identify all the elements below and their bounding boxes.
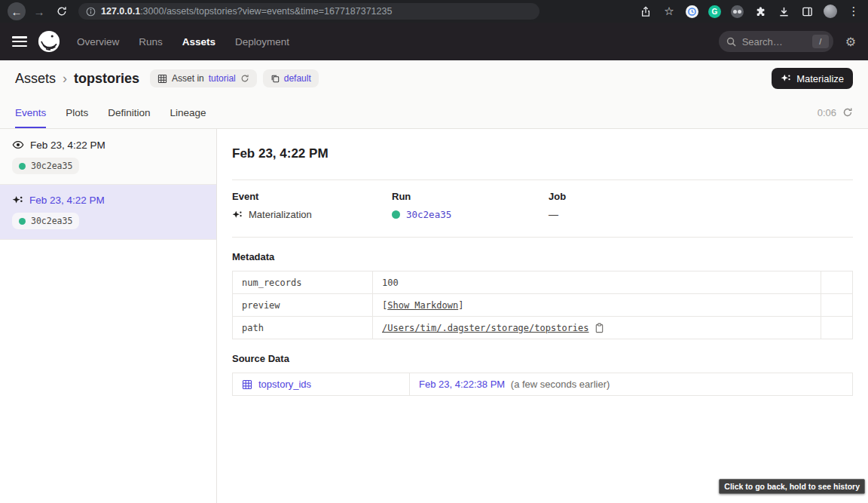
reload-definitions-icon[interactable] [240,74,249,83]
breadcrumb: Assets › topstories Asset in tutorial de… [0,60,868,97]
event-type-value: Materialization [249,209,312,220]
search-icon [726,37,736,47]
tag-default-link[interactable]: default [284,73,311,84]
grammarly-icon: G [712,8,718,16]
source-asset-link[interactable]: topstory_ids [242,379,400,390]
nav-item-assets[interactable]: Assets [182,36,215,48]
run-status-dot [19,218,26,225]
extension-goggles-button[interactable] [731,5,744,18]
share-button[interactable] [639,5,653,18]
search-input[interactable]: Search… / [719,31,833,52]
search-shortcut-badge: / [812,35,829,48]
dagster-logo[interactable] [38,30,60,53]
metadata-extra-cell [821,317,853,339]
bookmark-button[interactable]: ☆ [662,5,676,18]
breadcrumb-assets-link[interactable]: Assets [15,71,56,87]
materialization-sparkle-icon [12,195,23,206]
job-label: Job [549,191,853,202]
nav-item-deployment[interactable]: Deployment [235,36,289,48]
puzzle-icon [755,6,766,17]
browser-menu-button[interactable]: ⋮ [847,5,860,18]
event-label: Event [232,191,392,202]
path-link[interactable]: /Users/tim/.dagster/storage/topstories [382,323,589,333]
download-icon [778,6,790,17]
browser-toolbar: ← → 127.0.0.1:3000/assets/topstories?vie… [0,0,868,23]
metadata-value: 100 [373,271,821,294]
run-status-dot [392,210,400,219]
tab-bar: Events Plots Definition Lineage 0:06 [0,97,868,129]
back-icon: ← [11,6,23,17]
show-markdown-link[interactable]: Show Markdown [387,300,458,311]
hamburger-menu-button[interactable] [12,36,27,47]
copies-icon [270,74,280,83]
run-label: Run [392,191,549,202]
run-tag[interactable]: 30c2ea35 [12,213,79,229]
tag-prefix: Asset in [172,73,204,84]
downloads-button[interactable] [777,5,790,18]
browser-forward-button[interactable]: → [30,2,48,20]
tab-plots[interactable]: Plots [66,97,88,128]
event-list-item-materialization[interactable]: Feb 23, 4:22 PM 30c2ea35 [0,185,216,240]
run-tag[interactable]: 30c2ea35 [12,158,79,174]
dagster-logo-icon [38,30,60,53]
table-row: topstory_ids Feb 23, 4:22:38 PM (a few s… [233,373,853,396]
materialize-sparkle-icon [781,73,791,84]
metadata-value: /Users/tim/.dagster/storage/topstories [373,317,821,339]
event-timestamp: Feb 23, 4:22 PM [29,195,105,206]
menu-dots-icon: ⋮ [848,5,860,18]
browser-reload-button[interactable] [53,2,71,20]
side-panel-button[interactable] [800,5,814,18]
browser-action-icons: ☆ G ⋮ [639,5,860,18]
source-data-section-title: Source Data [232,353,853,364]
nav-item-runs[interactable]: Runs [139,36,163,48]
extension-clock-button[interactable] [686,5,698,18]
page-header: Assets › topstories Asset in tutorial de… [0,60,868,129]
refresh-icon[interactable] [842,107,853,118]
run-id-link[interactable]: 30c2ea35 [406,209,451,220]
asset-tags: Asset in tutorial default [150,69,319,87]
materialize-button[interactable]: Materialize [772,68,853,89]
tab-lineage[interactable]: Lineage [170,97,206,128]
source-time-note: (a few seconds earlier) [511,379,610,390]
extension-grammarly-button[interactable]: G [708,5,721,18]
metadata-table: num_records 100 preview [Show Markdown] … [232,271,853,339]
event-list-item-observation[interactable]: Feb 23, 4:22 PM 30c2ea35 [0,129,216,185]
back-button-tooltip: Click to go back, hold to see history [719,479,865,494]
extensions-menu-button[interactable] [753,5,767,18]
address-bar[interactable]: 127.0.0.1:3000/assets/topstories?view=ev… [78,3,539,20]
materialization-sparkle-icon [232,210,243,220]
tab-definition[interactable]: Definition [108,97,150,128]
search-placeholder: Search… [742,36,806,48]
copy-to-clipboard-icon[interactable] [594,323,604,333]
browser-back-button[interactable]: ← [8,2,26,20]
settings-gear-button[interactable]: ⚙ [845,35,856,49]
eye-icon [12,139,24,151]
table-grid-icon [157,74,167,84]
table-grid-icon [242,379,252,390]
run-id: 30c2ea35 [31,216,72,226]
refresh-timer: 0:06 [818,97,853,128]
tag-tutorial-link[interactable]: tutorial [209,73,236,84]
event-detail-panel: Feb 23, 4:22 PM Event Materialization Ru… [217,129,868,503]
metadata-section-title: Metadata [232,251,853,262]
forward-icon: → [34,6,45,17]
nav-item-overview[interactable]: Overview [77,36,119,48]
nav-links: Overview Runs Assets Deployment [77,36,289,48]
run-status-dot [19,163,26,170]
event-detail-title: Feb 23, 4:22 PM [232,146,853,161]
url-host: 127.0.0.1 [101,6,140,17]
metadata-key: path [233,317,373,339]
source-time-link[interactable]: Feb 23, 4:22:38 PM [419,379,505,390]
event-info-grid: Event Materialization Run 30c2ea35 Job — [232,180,853,237]
tab-events[interactable]: Events [15,97,46,128]
event-column: Event Materialization [232,191,392,220]
profile-avatar[interactable] [824,5,837,18]
side-panel-icon [802,6,813,17]
info-icon [86,7,96,17]
metadata-extra-cell [821,294,853,317]
job-column: Job — [549,191,853,220]
page-title: topstories [74,71,139,87]
metadata-extra-cell [821,271,853,294]
reload-icon [57,6,67,17]
timer-countdown: 0:06 [818,107,836,118]
